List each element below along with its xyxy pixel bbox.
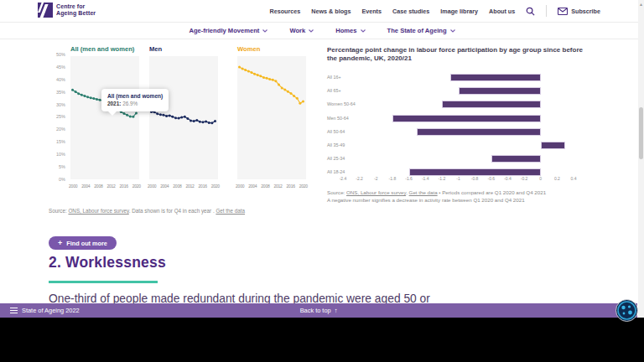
x-tick-label: 2008 [173, 184, 181, 189]
bar-x-tick-label: -1.2 [439, 176, 446, 181]
line-plot-men[interactable] [149, 56, 218, 179]
bar-x-tick-label: -0.8 [471, 176, 479, 181]
bar-source-suffix: • Periods compared are Q1 2020 and Q4 20… [438, 189, 546, 195]
find-out-more-button[interactable]: + Find out more [49, 236, 117, 250]
bar-category-label: All 16+ [327, 75, 341, 80]
bar-chart[interactable]: Percentage point change in labour force … [327, 46, 597, 209]
nav-item-news-blogs[interactable]: News & blogs [311, 8, 351, 15]
top-nav: Resources News & blogs Events Case studi… [270, 0, 600, 22]
bar-category-label: Men 50-64 [327, 116, 349, 121]
x-tick-label: 2016 [287, 184, 295, 189]
bar-category-label: All 50-64 [327, 129, 345, 134]
x-tick-label: 2020 [132, 184, 141, 189]
tooltip-year: 2021: [107, 101, 121, 106]
bar-x-tick-label: 0.2 [554, 176, 560, 181]
bar-x-tick-label: -2 [374, 176, 377, 181]
chart-tooltip: All (men and women) 2021: 26.9% [101, 89, 169, 111]
heading-underline [49, 281, 158, 283]
bar [450, 74, 541, 81]
subnav-label: The State of Ageing [387, 27, 447, 34]
x-tick-label: 2000 [236, 184, 244, 189]
y-tick-label: 5% [59, 164, 65, 169]
source-link-ons[interactable]: ONS, Labour force survey [68, 208, 128, 214]
bar-x-tick-label: -2.2 [356, 176, 363, 181]
bar-source-link-get-data[interactable]: Get the data [409, 189, 438, 195]
tooltip-number: 26.9% [121, 101, 138, 106]
bar [392, 115, 541, 122]
find-out-more-label: Find out more [66, 240, 107, 247]
bar-category-label: All 65+ [327, 88, 341, 93]
subnav-work[interactable]: Work [289, 27, 314, 34]
bar [459, 87, 541, 95]
sticky-title: State of Ageing 2022 [22, 307, 80, 314]
x-tick-label: 2020 [211, 184, 220, 189]
x-tick-label: 2012 [185, 184, 194, 189]
y-tick-label: 15% [56, 139, 65, 144]
x-axis-women: 200020042008201220162020 [236, 184, 308, 189]
plus-icon: + [58, 240, 62, 247]
nav-item-about-us[interactable]: About us [489, 8, 515, 15]
bar-x-tick-label: -1 [456, 176, 460, 181]
back-to-top-button[interactable]: Back to top ↑ [300, 303, 338, 318]
bar-row: All 65+ [327, 85, 597, 98]
chart-title-all: All (men and women) [70, 45, 139, 53]
logo[interactable]: Centre for Ageing Better [38, 3, 96, 18]
x-tick-label: 2016 [120, 184, 128, 189]
nav-item-case-studies[interactable]: Case studies [392, 8, 429, 15]
subnav-age-friendly-movement[interactable]: Age-friendly Movement [189, 27, 267, 34]
y-tick-label: 0% [59, 177, 65, 182]
subnav-state-of-ageing[interactable]: The State of Ageing [387, 27, 455, 34]
subnav: Age-friendly Movement Work Homes The Sta… [0, 22, 644, 39]
source-link-get-data[interactable]: Get the data [216, 208, 245, 214]
x-tick-label: 2004 [81, 184, 90, 189]
up-arrow-icon: ↑ [335, 307, 338, 314]
bar-x-tick-label: -0.6 [487, 176, 495, 181]
nav-item-events[interactable]: Events [361, 8, 382, 15]
bar-row: All 16+ [327, 71, 597, 85]
x-tick-label: 2004 [248, 184, 257, 189]
y-tick-label: 20% [56, 127, 65, 132]
line-plot-women[interactable] [237, 56, 306, 179]
x-axis-all: 200020042008201220162020 [69, 184, 141, 189]
line-chart-women: Women 200020042008201220162020 [237, 45, 306, 189]
source-mid: . Data shown is for Q4 in each year . [129, 208, 216, 214]
subscribe-label: Subscribe [571, 8, 600, 15]
scrollbar-up-arrow[interactable]: ▲ [639, 2, 643, 7]
scrollbar-track[interactable]: ▲ [638, 0, 644, 318]
x-tick-label: 2008 [94, 184, 102, 189]
x-tick-label: 2008 [261, 184, 269, 189]
logo-line1: Centre for [56, 3, 96, 10]
bar-x-tick-label: 0 [539, 176, 542, 181]
x-tick-label: 2012 [106, 184, 115, 189]
chevron-down-icon [262, 29, 267, 33]
accessibility-widget-button[interactable] [615, 299, 638, 322]
sticky-footer-bar: State of Ageing 2022 Back to top ↑ [0, 303, 637, 318]
bar-category-label: All 18-24 [327, 169, 345, 174]
bar-source-link-ons[interactable]: ONS, Labour force survey [346, 189, 406, 195]
sticky-left[interactable]: State of Ageing 2022 [10, 303, 80, 318]
bar-source-note: A negative number signifies a decrease i… [327, 196, 629, 204]
bar-x-tick-label: -1.6 [405, 176, 413, 181]
subnav-label: Age-friendly Movement [189, 27, 259, 34]
envelope-icon [558, 8, 568, 15]
x-tick-label: 2020 [299, 184, 308, 189]
line-chart-y-axis: 50%45%40%35%30%25%20%15%10%5%0% [42, 52, 65, 182]
scrollbar-thumb[interactable] [639, 107, 643, 159]
back-to-top-label: Back to top [300, 307, 331, 314]
x-tick-label: 2004 [160, 184, 169, 189]
bar [442, 101, 541, 108]
bar-row: All 50-64 [327, 126, 597, 139]
bar-row: Men 50-64 [327, 112, 597, 126]
line-chart-source: Source: ONS, Labour force survey. Data s… [49, 208, 245, 214]
bar-category-label: Women 50-64 [327, 101, 356, 106]
line-plot-all[interactable] [70, 56, 139, 179]
section-heading: 2. Worklessness [49, 254, 166, 272]
menu-icon [10, 308, 18, 313]
subnav-homes[interactable]: Homes [335, 27, 365, 34]
nav-item-resources[interactable]: Resources [270, 8, 301, 15]
search-icon[interactable] [526, 7, 535, 16]
bar-row: Women 50-64 [327, 98, 597, 111]
source-prefix: Source: [49, 208, 68, 214]
subscribe-button[interactable]: Subscribe [558, 8, 600, 15]
nav-item-image-library[interactable]: Image library [440, 8, 478, 15]
